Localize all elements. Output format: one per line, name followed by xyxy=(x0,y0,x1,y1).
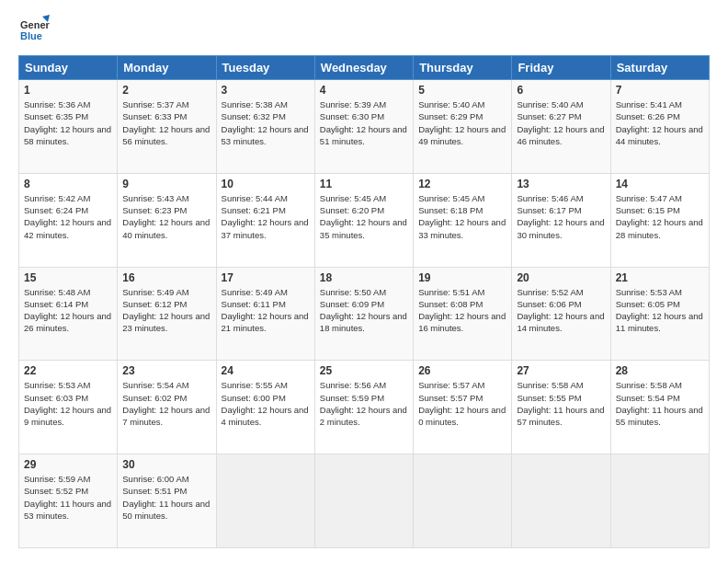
week-row-1: 1Sunrise: 5:36 AMSunset: 6:35 PMDaylight… xyxy=(19,80,710,174)
calendar-page: General Blue SundayMondayTuesdayWednesda… xyxy=(0,0,728,563)
calendar-cell: 3Sunrise: 5:38 AMSunset: 6:32 PMDaylight… xyxy=(216,80,314,174)
day-number: 17 xyxy=(222,271,310,284)
col-header-tuesday: Tuesday xyxy=(216,56,314,80)
calendar-cell: 30Sunrise: 6:00 AMSunset: 5:51 PMDayligh… xyxy=(118,454,216,548)
calendar-cell xyxy=(216,454,314,548)
calendar-cell: 8Sunrise: 5:42 AMSunset: 6:24 PMDaylight… xyxy=(19,173,118,267)
calendar-cell: 1Sunrise: 5:36 AMSunset: 6:35 PMDaylight… xyxy=(19,80,118,174)
calendar-cell: 4Sunrise: 5:39 AMSunset: 6:30 PMDaylight… xyxy=(314,80,413,174)
day-number: 1 xyxy=(24,84,112,97)
day-number: 16 xyxy=(122,271,210,284)
week-row-2: 8Sunrise: 5:42 AMSunset: 6:24 PMDaylight… xyxy=(19,173,710,267)
day-info: Sunrise: 5:55 AMSunset: 6:00 PMDaylight:… xyxy=(222,379,310,428)
calendar-cell xyxy=(414,454,512,548)
day-info: Sunrise: 5:52 AMSunset: 6:06 PMDaylight:… xyxy=(517,286,605,335)
day-number: 24 xyxy=(222,364,310,377)
calendar-cell: 5Sunrise: 5:40 AMSunset: 6:29 PMDaylight… xyxy=(414,80,512,174)
logo: General Blue xyxy=(18,15,50,46)
calendar-cell: 16Sunrise: 5:49 AMSunset: 6:12 PMDayligh… xyxy=(118,267,216,361)
day-number: 4 xyxy=(320,84,408,97)
day-number: 7 xyxy=(616,84,704,97)
calendar-cell: 13Sunrise: 5:46 AMSunset: 6:17 PMDayligh… xyxy=(512,173,610,267)
day-number: 25 xyxy=(320,364,408,377)
svg-text:Blue: Blue xyxy=(20,30,42,41)
calendar-cell: 29Sunrise: 5:59 AMSunset: 5:52 PMDayligh… xyxy=(19,454,118,548)
week-row-5: 29Sunrise: 5:59 AMSunset: 5:52 PMDayligh… xyxy=(19,454,710,548)
day-info: Sunrise: 5:40 AMSunset: 6:29 PMDaylight:… xyxy=(418,98,506,147)
day-number: 13 xyxy=(517,178,605,190)
day-info: Sunrise: 5:57 AMSunset: 5:57 PMDaylight:… xyxy=(418,379,506,428)
day-info: Sunrise: 5:45 AMSunset: 6:18 PMDaylight:… xyxy=(418,192,506,241)
calendar-cell: 11Sunrise: 5:45 AMSunset: 6:20 PMDayligh… xyxy=(314,173,413,267)
day-number: 23 xyxy=(122,364,210,377)
day-number: 26 xyxy=(418,364,506,377)
calendar-cell: 19Sunrise: 5:51 AMSunset: 6:08 PMDayligh… xyxy=(414,267,512,361)
day-info: Sunrise: 5:50 AMSunset: 6:09 PMDaylight:… xyxy=(320,286,408,335)
day-info: Sunrise: 5:47 AMSunset: 6:15 PMDaylight:… xyxy=(616,192,704,241)
day-info: Sunrise: 5:54 AMSunset: 6:02 PMDaylight:… xyxy=(122,379,210,428)
day-number: 15 xyxy=(24,271,112,284)
day-info: Sunrise: 5:38 AMSunset: 6:32 PMDaylight:… xyxy=(222,98,310,147)
day-number: 3 xyxy=(222,84,310,97)
day-number: 28 xyxy=(616,364,704,377)
day-number: 8 xyxy=(24,178,112,190)
calendar-cell xyxy=(314,454,413,548)
day-number: 30 xyxy=(122,458,210,471)
day-info: Sunrise: 5:58 AMSunset: 5:55 PMDaylight:… xyxy=(517,379,605,428)
day-number: 2 xyxy=(122,84,210,97)
calendar-cell: 26Sunrise: 5:57 AMSunset: 5:57 PMDayligh… xyxy=(414,361,512,454)
day-number: 14 xyxy=(616,178,704,190)
day-info: Sunrise: 5:58 AMSunset: 5:54 PMDaylight:… xyxy=(616,379,704,428)
day-number: 18 xyxy=(320,271,408,284)
day-info: Sunrise: 5:59 AMSunset: 5:52 PMDaylight:… xyxy=(24,473,112,522)
day-number: 29 xyxy=(24,458,112,471)
day-number: 27 xyxy=(517,364,605,377)
col-header-thursday: Thursday xyxy=(414,56,512,80)
calendar-cell: 6Sunrise: 5:40 AMSunset: 6:27 PMDaylight… xyxy=(512,80,610,174)
header: General Blue xyxy=(18,15,710,46)
svg-text:General: General xyxy=(20,19,50,30)
day-info: Sunrise: 5:43 AMSunset: 6:23 PMDaylight:… xyxy=(122,192,210,241)
day-number: 21 xyxy=(616,271,704,284)
day-number: 11 xyxy=(320,178,408,190)
day-info: Sunrise: 5:36 AMSunset: 6:35 PMDaylight:… xyxy=(24,98,112,147)
day-info: Sunrise: 5:53 AMSunset: 6:03 PMDaylight:… xyxy=(24,379,112,428)
day-number: 6 xyxy=(517,84,605,97)
day-info: Sunrise: 5:49 AMSunset: 6:12 PMDaylight:… xyxy=(122,286,210,335)
day-info: Sunrise: 5:53 AMSunset: 6:05 PMDaylight:… xyxy=(616,286,704,335)
calendar-cell: 10Sunrise: 5:44 AMSunset: 6:21 PMDayligh… xyxy=(216,173,314,267)
calendar-cell xyxy=(610,454,709,548)
week-row-4: 22Sunrise: 5:53 AMSunset: 6:03 PMDayligh… xyxy=(19,361,710,454)
calendar-cell: 25Sunrise: 5:56 AMSunset: 5:59 PMDayligh… xyxy=(314,361,413,454)
day-number: 9 xyxy=(122,178,210,190)
day-info: Sunrise: 5:41 AMSunset: 6:26 PMDaylight:… xyxy=(616,98,704,147)
calendar-cell: 23Sunrise: 5:54 AMSunset: 6:02 PMDayligh… xyxy=(118,361,216,454)
day-info: Sunrise: 5:40 AMSunset: 6:27 PMDaylight:… xyxy=(517,98,605,147)
calendar-cell xyxy=(512,454,610,548)
day-info: Sunrise: 5:45 AMSunset: 6:20 PMDaylight:… xyxy=(320,192,408,241)
calendar-cell: 28Sunrise: 5:58 AMSunset: 5:54 PMDayligh… xyxy=(610,361,709,454)
col-header-sunday: Sunday xyxy=(19,56,118,80)
calendar-cell: 22Sunrise: 5:53 AMSunset: 6:03 PMDayligh… xyxy=(19,361,118,454)
day-info: Sunrise: 5:39 AMSunset: 6:30 PMDaylight:… xyxy=(320,98,408,147)
day-info: Sunrise: 5:37 AMSunset: 6:33 PMDaylight:… xyxy=(122,98,210,147)
calendar-cell: 24Sunrise: 5:55 AMSunset: 6:00 PMDayligh… xyxy=(216,361,314,454)
day-info: Sunrise: 6:00 AMSunset: 5:51 PMDaylight:… xyxy=(122,473,210,522)
day-info: Sunrise: 5:56 AMSunset: 5:59 PMDaylight:… xyxy=(320,379,408,428)
day-number: 20 xyxy=(517,271,605,284)
logo-svg: General Blue xyxy=(18,15,50,46)
day-number: 10 xyxy=(222,178,310,190)
calendar-cell: 7Sunrise: 5:41 AMSunset: 6:26 PMDaylight… xyxy=(610,80,709,174)
calendar-cell: 14Sunrise: 5:47 AMSunset: 6:15 PMDayligh… xyxy=(610,173,709,267)
calendar-cell: 18Sunrise: 5:50 AMSunset: 6:09 PMDayligh… xyxy=(314,267,413,361)
col-header-saturday: Saturday xyxy=(610,56,709,80)
day-info: Sunrise: 5:42 AMSunset: 6:24 PMDaylight:… xyxy=(24,192,112,241)
day-number: 12 xyxy=(418,178,506,190)
calendar-cell: 2Sunrise: 5:37 AMSunset: 6:33 PMDaylight… xyxy=(118,80,216,174)
day-info: Sunrise: 5:49 AMSunset: 6:11 PMDaylight:… xyxy=(222,286,310,335)
calendar-cell: 12Sunrise: 5:45 AMSunset: 6:18 PMDayligh… xyxy=(414,173,512,267)
week-row-3: 15Sunrise: 5:48 AMSunset: 6:14 PMDayligh… xyxy=(19,267,710,361)
day-number: 19 xyxy=(418,271,506,284)
calendar-cell: 20Sunrise: 5:52 AMSunset: 6:06 PMDayligh… xyxy=(512,267,610,361)
col-header-friday: Friday xyxy=(512,56,610,80)
